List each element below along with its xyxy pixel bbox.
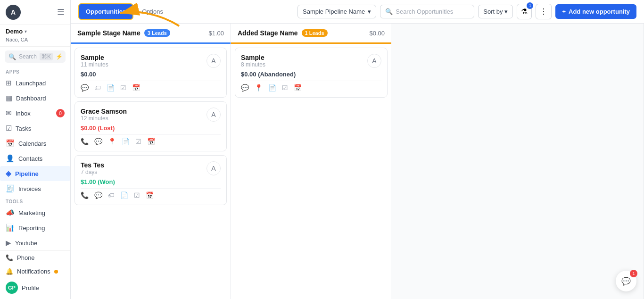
card-info: Grace Samson 12 minutes [81, 108, 127, 122]
sort-label: Sort by [483, 8, 503, 15]
card-amount: $0.00 [81, 71, 221, 78]
pipeline-name: Sample Pipeline Name [303, 8, 365, 15]
search-shortcut: ⌘K [40, 53, 53, 60]
pipeline-select[interactable]: Sample Pipeline Name ▾ [297, 5, 376, 18]
card-message-icon[interactable]: 💬 [94, 138, 102, 145]
kanban-card-sample[interactable]: Sample 11 minutes A $0.00 💬 🏷 📄 ☑ 📅 [74, 48, 227, 98]
kanban-column-sample-stage: Sample Stage Name 3 Leads $1.00 Sample 1… [71, 24, 231, 299]
sidebar-item-tasks[interactable]: ☑ Tasks [0, 121, 70, 136]
card-check-icon[interactable]: ☑ [282, 84, 288, 91]
card-tag-icon[interactable]: 🏷 [94, 84, 101, 91]
card-time: 11 minutes [81, 61, 108, 68]
more-options-button[interactable]: ⋮ [536, 4, 552, 19]
sidebar-item-notifications[interactable]: 🔔 Notifications [0, 265, 70, 278]
card-message-icon[interactable]: 💬 [241, 84, 249, 91]
sidebar-item-dashboard[interactable]: ▦ Dashboard [0, 91, 70, 106]
profile-avatar: GP [6, 282, 18, 294]
search-opps-placeholder: Search Opportunities [396, 8, 453, 15]
workspace-location: Naco, CA [6, 37, 28, 42]
leads-badge: 1 Leads [302, 29, 328, 37]
card-info: Sample 11 minutes [81, 54, 108, 68]
phone-label: Phone [17, 254, 35, 261]
search-bar[interactable]: 🔍 Search ⌘K ⚡ [5, 50, 66, 63]
filter-icon: ⚗ [521, 8, 528, 16]
kanban-card-tes-tes[interactable]: Tes Tes 7 days A $1.00 (Won) 📞 💬 🏷 📄 ☑ 📅 [74, 155, 227, 205]
sidebar-item-calendars[interactable]: 📅 Calendars [0, 136, 70, 151]
sidebar-item-label: Tasks [16, 125, 31, 132]
top-nav: Opportunities Options Sample Pipeline Na… [71, 0, 644, 24]
card-name: Grace Samson [81, 108, 127, 115]
workspace-info[interactable]: Demo ▾ Naco, CA [0, 25, 70, 47]
card-document-icon[interactable]: 📄 [107, 84, 115, 91]
card-location-icon[interactable]: 📍 [108, 138, 116, 145]
column-title: Added Stage Name [238, 29, 298, 37]
add-opportunity-button[interactable]: + Add new opportunity [555, 4, 636, 19]
inbox-badge: 0 [56, 109, 65, 117]
top-nav-right: Sample Pipeline Name ▾ 🔍 Search Opportun… [297, 4, 636, 19]
sidebar-item-phone[interactable]: 📞 Phone [0, 251, 70, 265]
kanban-card-sample-abandoned[interactable]: Sample 8 minutes A $0.00 (Abandoned) 💬 📍… [235, 48, 388, 98]
chat-widget[interactable]: 💬 1 [616, 271, 636, 291]
tab-opportunities[interactable]: Opportunities [78, 3, 133, 20]
card-calendar-icon[interactable]: 📅 [294, 84, 302, 91]
card-check-icon[interactable]: ☑ [135, 138, 141, 145]
card-calendar-icon[interactable]: 📅 [146, 191, 154, 199]
sidebar-item-marketing[interactable]: 📣 Marketing [0, 205, 70, 220]
hamburger-icon[interactable]: ☰ [57, 7, 65, 17]
main-content: Opportunities Options Sample Pipeline Na… [71, 0, 644, 299]
card-phone-icon[interactable]: 📞 [81, 191, 89, 199]
sort-button[interactable]: Sort by ▾ [478, 5, 513, 18]
card-check-icon[interactable]: ☑ [120, 84, 126, 91]
sidebar-item-label: Pipeline [15, 170, 39, 177]
column-header-sample-stage: Sample Stage Name 3 Leads $1.00 [71, 24, 231, 44]
card-phone-icon[interactable]: 📞 [81, 138, 89, 145]
sidebar-item-profile[interactable]: GP Profile [0, 278, 70, 297]
card-document-icon[interactable]: 📄 [122, 138, 130, 145]
search-icon: 🔍 [8, 53, 16, 60]
card-avatar: A [367, 54, 381, 68]
card-check-icon[interactable]: ☑ [134, 191, 140, 199]
tab-options[interactable]: Options [135, 4, 170, 19]
sidebar-item-invoices[interactable]: 🧾 Invoices [0, 181, 70, 196]
search-opportunities-input[interactable]: 🔍 Search Opportunities [380, 5, 474, 18]
sidebar-item-youtube[interactable]: ▶ Youtube [0, 235, 70, 250]
kanban-column-added-stage: Added Stage Name 1 Leads $0.00 Sample 8 … [231, 24, 391, 299]
card-name: Sample [81, 54, 108, 61]
youtube-icon: ▶ [6, 239, 11, 247]
filter-button[interactable]: ⚗ 1 [517, 4, 532, 19]
card-location-icon[interactable]: 📍 [255, 84, 263, 91]
dashboard-icon: ▦ [6, 94, 12, 102]
sidebar-item-launchpad[interactable]: ⊞ Launchpad [0, 75, 70, 91]
sidebar-item-reporting[interactable]: 📊 Reporting [0, 220, 70, 235]
card-calendar-icon[interactable]: 📅 [132, 84, 140, 91]
pipeline-chevron-icon: ▾ [368, 8, 371, 15]
kanban-card-grace-samson[interactable]: Grace Samson 12 minutes A $0.00 (Lost) 📞… [74, 101, 227, 151]
tasks-icon: ☑ [6, 124, 12, 133]
card-message-icon[interactable]: 💬 [94, 191, 102, 199]
calendars-icon: 📅 [6, 139, 15, 148]
card-top: Sample 8 minutes A [241, 54, 381, 68]
column-title: Sample Stage Name [77, 29, 140, 37]
sidebar-item-label: Contacts [18, 155, 42, 162]
card-info: Sample 8 minutes [241, 54, 265, 68]
sidebar-item-contacts[interactable]: 👤 Contacts [0, 151, 70, 166]
profile-label: Profile [22, 284, 39, 291]
card-document-icon[interactable]: 📄 [120, 191, 128, 199]
card-message-icon[interactable]: 💬 [81, 84, 89, 91]
invoices-icon: 🧾 [6, 184, 15, 193]
sort-chevron-icon: ▾ [504, 8, 508, 15]
card-tag-icon[interactable]: 🏷 [108, 191, 115, 199]
card-name: Sample [241, 54, 265, 61]
tools-section-label: Tools [0, 196, 70, 205]
filter-badge: 1 [527, 2, 533, 9]
phone-icon: 📞 [6, 254, 13, 261]
sidebar-item-inbox[interactable]: ✉ Inbox 0 [0, 106, 70, 121]
card-top: Sample 11 minutes A [81, 54, 221, 68]
sidebar-item-pipeline[interactable]: ◈ Pipeline [0, 166, 70, 181]
card-document-icon[interactable]: 📄 [268, 84, 276, 91]
card-calendar-icon[interactable]: 📅 [147, 138, 155, 145]
sidebar-item-label: Marketing [18, 209, 45, 216]
marketing-icon: 📣 [6, 208, 15, 217]
card-actions: 💬 📍 📄 ☑ 📅 [241, 81, 381, 91]
notification-dot [54, 270, 58, 274]
